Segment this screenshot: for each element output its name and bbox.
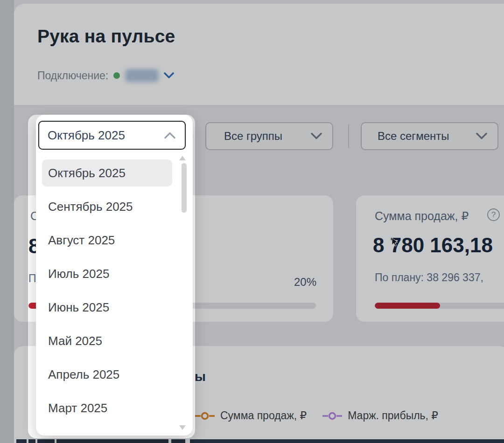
legend-item[interactable]: Сумма продаж, ₽ xyxy=(195,409,307,422)
kpi-left-percent: 20% xyxy=(294,276,316,289)
month-dropdown-popover: Октябрь 2025 Октябрь 2025Сентябрь 2025Ав… xyxy=(36,115,193,436)
chart-section-title: ы xyxy=(195,369,206,384)
kpi-right-title: Сумма продаж, ₽ xyxy=(375,209,469,223)
chevron-down-icon xyxy=(476,133,487,140)
chevron-down-icon xyxy=(311,133,322,140)
chart-bar-fragment xyxy=(28,439,35,443)
kpi-right-value: 8 780 163,18 xyxy=(373,234,493,257)
month-option[interactable]: Апрель 2025 xyxy=(42,361,172,388)
kpi-left-plan: П xyxy=(28,272,36,285)
month-option[interactable]: Август 2025 xyxy=(42,227,172,254)
series-marker-icon xyxy=(322,412,342,420)
page-title: Рука на пульсе xyxy=(37,26,175,47)
scroll-up-arrow-icon[interactable] xyxy=(179,156,186,160)
segments-select-value: Все сегменты xyxy=(378,130,449,143)
groups-select[interactable]: Все группы xyxy=(205,122,333,150)
chevron-up-icon xyxy=(164,132,175,139)
month-option[interactable]: Октябрь 2025 xyxy=(42,159,172,187)
chart-bar-fragment xyxy=(171,439,185,443)
month-select-value: Октябрь 2025 xyxy=(48,128,125,143)
kpi-right-plan: По плану: 38 296 337, xyxy=(375,271,483,284)
help-icon[interactable]: ? xyxy=(487,208,500,221)
connection-status-dot xyxy=(113,72,120,79)
chevron-down-icon[interactable] xyxy=(164,72,174,79)
filter-divider xyxy=(348,124,349,148)
month-option[interactable]: Июнь 2025 xyxy=(42,294,172,321)
month-select[interactable]: Октябрь 2025 xyxy=(38,121,186,150)
connection-value-redacted[interactable] xyxy=(125,69,159,82)
month-option[interactable]: Май 2025 xyxy=(42,327,172,354)
month-option[interactable]: Июль 2025 xyxy=(42,260,172,287)
chart-bar-fragment xyxy=(56,439,168,443)
header-card: Рука на пульсе Подключение: xyxy=(14,4,504,105)
month-option[interactable]: Сентябрь 2025 xyxy=(42,193,172,220)
chart-bar-fragment xyxy=(16,439,27,443)
legend-label: Сумма продаж, ₽ xyxy=(220,409,307,422)
kpi-right-progress-track xyxy=(375,303,504,309)
segments-select[interactable]: Все сегменты xyxy=(361,122,498,150)
mouse-cursor-icon xyxy=(392,237,399,247)
chart-legend: Сумма продаж, ₽Марж. прибыль, ₽ xyxy=(195,409,438,422)
chart-bar-fragment xyxy=(37,439,55,443)
kpi-card-right: Сумма продаж, ₽ ? 8 780 163,18 По плану:… xyxy=(356,195,504,322)
kpi-right-progress-fill xyxy=(375,303,440,309)
dashboard-page: Рука на пульсе Подключение: Все группы В… xyxy=(0,0,504,443)
connection-row: Подключение: xyxy=(37,67,174,84)
legend-item[interactable]: Марж. прибыль, ₽ xyxy=(322,409,438,422)
scrollbar-thumb[interactable] xyxy=(182,163,187,213)
month-dropdown-list: Октябрь 2025Сентябрь 2025Август 2025Июль… xyxy=(42,159,172,428)
page-left-margin xyxy=(0,0,14,443)
scroll-down-arrow-icon[interactable] xyxy=(179,425,186,430)
series-marker-icon xyxy=(195,412,215,420)
connection-label: Подключение: xyxy=(37,69,108,82)
chart-bar-fragment xyxy=(190,439,504,443)
groups-select-value: Все группы xyxy=(224,130,282,143)
legend-label: Марж. прибыль, ₽ xyxy=(348,409,438,422)
month-option[interactable]: Март 2025 xyxy=(42,395,172,422)
